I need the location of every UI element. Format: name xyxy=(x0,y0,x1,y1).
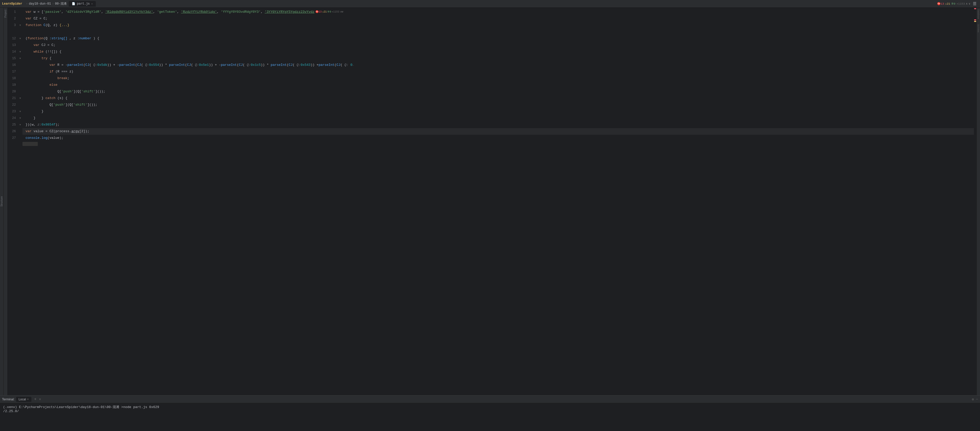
editor-area: 1 2 3 12 13 14 15 16 17 18 19 20 21 22 2… xyxy=(8,8,980,395)
code-line-27: console . log (value); xyxy=(22,135,974,141)
code-line-21: } catch (s) { xyxy=(22,95,974,101)
fold-14[interactable]: ▼ xyxy=(18,49,22,55)
warning-count: ⚠21 xyxy=(945,2,950,5)
database-icon[interactable]: Database xyxy=(977,9,980,19)
fold-indicators: ▼ ▼ ▼ ▼ ▼ ▼ ▼ ▼ xyxy=(18,8,22,395)
fold-3[interactable]: ▼ xyxy=(18,22,22,29)
error-badges: ⛔13 ⚠21 ⑨9 ✦1153 ∧ ∨ xyxy=(937,2,970,5)
tab-name: part.js xyxy=(77,2,90,6)
sciview-icon[interactable]: SciView xyxy=(977,24,980,32)
fold-16[interactable] xyxy=(18,62,22,68)
terminal-settings-icon[interactable]: ⚙ xyxy=(972,397,974,401)
fold-21[interactable]: ▼ xyxy=(18,95,22,101)
code-line-19: else xyxy=(22,82,974,88)
code-line-3: function C (Q, z) {...} xyxy=(22,22,974,29)
fold-25[interactable]: ▼ xyxy=(18,122,22,128)
fold-24[interactable]: ▼ xyxy=(18,115,22,122)
left-sidebar: Project xyxy=(3,8,8,395)
terminal-area: Terminal: Local ✕ + ∨ ⚙ ─ (.venv) E:\Pyc… xyxy=(0,395,980,431)
fold-12[interactable]: ▼ xyxy=(18,35,22,42)
line-count: ✦1153 xyxy=(956,2,965,5)
fold-22[interactable] xyxy=(18,101,22,108)
path2: 00-混淆 xyxy=(55,2,67,6)
warn-gutter-mark xyxy=(974,21,976,22)
fold-27[interactable] xyxy=(18,135,22,141)
fold-15[interactable]: ▼ xyxy=(18,55,22,62)
terminal-minimize-icon[interactable]: ─ xyxy=(976,397,978,401)
terminal-output: /2.25.0/ xyxy=(3,409,977,413)
sep1: › xyxy=(26,2,28,6)
code-line-1: var w = [ 'passive', 'd2YidzdvY3RgYldR',… xyxy=(22,9,974,15)
error-gutter-mark xyxy=(974,8,976,9)
fold-23[interactable]: ▼ xyxy=(18,108,22,115)
terminal-arrow-btn[interactable]: ∨ xyxy=(39,397,41,401)
nav-down[interactable]: ∨ xyxy=(969,2,970,5)
structure-sidebar[interactable]: Structure xyxy=(0,8,3,395)
code-line-18: break ; xyxy=(22,75,974,82)
project-icon[interactable]: Project xyxy=(4,10,7,17)
fold-20[interactable] xyxy=(18,88,22,95)
tab-file-icon: 📄 xyxy=(72,2,75,5)
terminal-right-controls: ⚙ ─ xyxy=(972,397,978,401)
code-line-14: while (!![]) { xyxy=(22,49,974,55)
code-line-22: Q[ 'push' ](Q[ 'shift' ]()); xyxy=(22,101,974,108)
code-line-26: var value = CZ(process. argv [2]); xyxy=(22,128,974,135)
code-line-15: try { xyxy=(22,55,974,62)
terminal-command: (.venv) E:\PycharmProjects\LearnSpider\d… xyxy=(3,405,977,409)
hamburger-menu[interactable]: ☰ xyxy=(971,1,978,7)
code-line-2: var CZ = C; xyxy=(22,15,974,22)
nav-up[interactable]: ∧ xyxy=(966,2,968,5)
editor-tab[interactable]: 📄 part.js ✕ xyxy=(69,1,96,6)
terminal-tab-name: Local xyxy=(19,398,26,401)
error-count: ⛔13 xyxy=(937,2,944,5)
code-line-16: var R = - parseInt ( CJ ( Q: 0x5db )) + … xyxy=(22,62,974,68)
code-content[interactable]: var w = [ 'passive', 'd2YidzdvY3RgYldR',… xyxy=(22,8,974,395)
code-line-17: if (R === z) xyxy=(22,68,974,75)
fold-2[interactable] xyxy=(18,15,22,22)
code-line-25: })(w, z: 0x9854f ); xyxy=(22,122,974,128)
code-line-24: } xyxy=(22,115,974,122)
app-brand: LearnSpider xyxy=(2,2,22,6)
terminal-tab-close[interactable]: ✕ xyxy=(27,398,29,401)
main-area: Structure Project 1 2 3 12 13 14 15 16 1… xyxy=(0,8,980,395)
error-gutter-mark2 xyxy=(974,19,976,21)
title-right-area: ⛔13 ⚠21 ⑨9 ✦1153 ∧ ∨ ☰ xyxy=(937,1,978,7)
line-numbers: 1 2 3 12 13 14 15 16 17 18 19 20 21 22 2… xyxy=(8,8,18,395)
fold-26[interactable] xyxy=(18,128,22,135)
title-bar: LearnSpider › day18-dun-01 › 00-混淆 📄 par… xyxy=(0,0,980,8)
sep2: › xyxy=(52,2,54,6)
fold-13[interactable] xyxy=(18,42,22,49)
fold-1[interactable] xyxy=(18,9,22,15)
terminal-tab-local[interactable]: Local ✕ xyxy=(16,397,32,402)
info-count: ⑨9 xyxy=(951,2,956,5)
code-line-12: ( function ( Q :string[] , z :number ) { xyxy=(22,35,974,42)
code-line-20: Q[ 'push' ](Q[ 'shift' ]()); xyxy=(22,88,974,95)
code-line-13: var CJ = C; xyxy=(22,42,974,49)
code-editor-container: 1 2 3 12 13 14 15 16 17 18 19 20 21 22 2… xyxy=(8,8,980,395)
fold-gap xyxy=(18,29,22,35)
terminal-label: Terminal: xyxy=(2,398,14,401)
code-line-23: } xyxy=(22,108,974,115)
code-line-gap xyxy=(22,29,974,35)
terminal-tabs: Terminal: Local ✕ + ∨ ⚙ ─ xyxy=(0,396,980,403)
terminal-content[interactable]: (.venv) E:\PycharmProjects\LearnSpider\d… xyxy=(0,403,980,431)
scroll-gutter xyxy=(974,8,977,395)
fold-19[interactable] xyxy=(18,82,22,88)
tab-close-btn[interactable]: ✕ xyxy=(91,2,93,5)
right-panel: Database SciView xyxy=(977,8,980,395)
fold-17[interactable] xyxy=(18,68,22,75)
scrollbar-thumb[interactable] xyxy=(22,142,38,146)
path1: day18-dun-01 xyxy=(29,2,51,6)
terminal-add-btn[interactable]: + xyxy=(33,397,38,402)
fold-18[interactable] xyxy=(18,75,22,82)
structure-label: Structure xyxy=(0,196,3,207)
